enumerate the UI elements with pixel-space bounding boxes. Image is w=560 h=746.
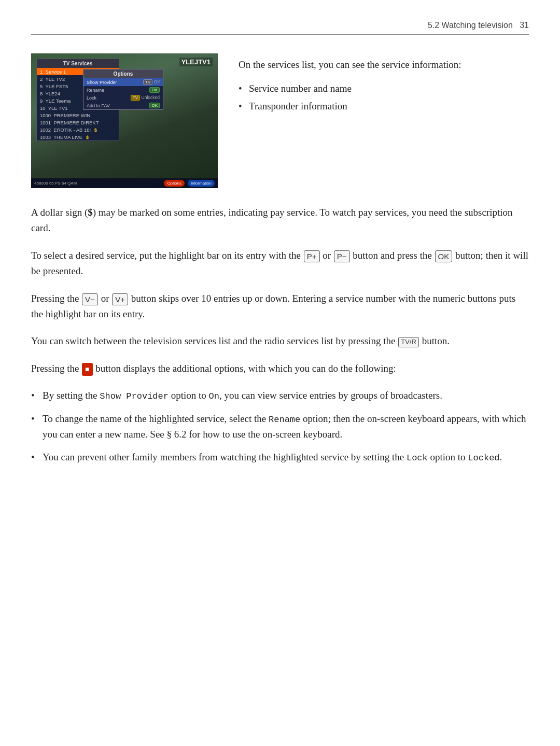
p-minus-btn: P− [334,250,350,262]
para-options-intro: Pressing the ■ button displays the addit… [31,361,529,376]
yle-watermark: YLEJTV1 [179,58,213,66]
on-value: On [209,391,219,401]
service-item-1000: 1000 PREMIERE WIN [37,111,119,119]
info-description: On the services list, you can see the se… [239,58,529,73]
options-row-addfav: Add to FAV OK [83,102,163,109]
para-dollar: A dollar sign ($) may be marked on some … [31,205,529,236]
tv-background: YLEJTV1 TV Services 1 Service 1 2 YLE TV… [31,53,218,188]
dollar-sign: $ [88,207,93,218]
v-plus-btn: V+ [112,293,128,305]
options-popup: Options Show Provider TV Off Rename OK L… [83,69,163,110]
para-select-service: To select a desired service, put the hig… [31,248,529,279]
lock-option: Lock [407,453,428,463]
page: 5.2 Watching television 31 YLEJTV1 TV Se… [0,0,560,508]
options-row-showprovider: Show Provider TV Off [83,78,163,86]
tv-bottom-info: 458000 65 PS 64 QAM [34,181,161,186]
main-content: A dollar sign ($) may be marked on some … [31,205,529,466]
service-item-1001: 1001 PREMIERE DIREKT [37,119,119,126]
options-row-lock: Lock TV Unlocked [83,94,163,102]
bullet-lock: You can prevent other family members fro… [31,449,529,465]
info-text: On the services list, you can see the se… [239,53,529,188]
tv-bottom-bar: 458000 65 PS 64 QAM Options Information [31,178,218,188]
locked-value: Locked [468,453,499,463]
section-label: 5.2 Watching television [428,21,513,30]
show-provider-option: Show Provider [100,391,169,401]
information-btn: Information [188,180,215,187]
options-row-rename: Rename OK [83,86,163,94]
p-plus-btn: P+ [304,250,320,262]
header-section-text: 5.2 Watching television 31 [428,21,529,30]
tv-services-title: TV Services [37,59,119,68]
page-header: 5.2 Watching television 31 [31,21,529,35]
service-item-1002: 1002 EROTIK - AB 18! $ [37,126,119,133]
bullet-show-provider: By setting the Show Provider option to O… [31,388,529,403]
page-number: 31 [520,21,529,30]
para-switch-list: You can switch between the television se… [31,333,529,349]
service-item-1003: 1003 THEMA LIVE $ [37,133,119,140]
options-bullet-list: By setting the Show Provider option to O… [31,388,529,466]
info-bullets: Service number and name Transponder info… [239,81,529,115]
ok-btn: OK [435,250,453,262]
red-options-btn: ■ [82,363,92,375]
bullet-service-number: Service number and name [239,81,529,96]
bullet-rename: To change the name of the highlighted se… [31,411,529,443]
options-btn: Options [164,180,185,187]
rename-option: Rename [269,415,300,425]
para-skip-entries: Pressing the V− or V+ button skips over … [31,291,529,322]
top-section: YLEJTV1 TV Services 1 Service 1 2 YLE TV… [31,53,529,188]
tv-screenshot: YLEJTV1 TV Services 1 Service 1 2 YLE TV… [31,53,218,188]
tv-radio-btn: TV/R [398,337,419,347]
v-minus-btn: V− [82,293,98,305]
bullet-transponder: Transponder information [239,98,529,114]
options-title: Options [83,69,163,78]
